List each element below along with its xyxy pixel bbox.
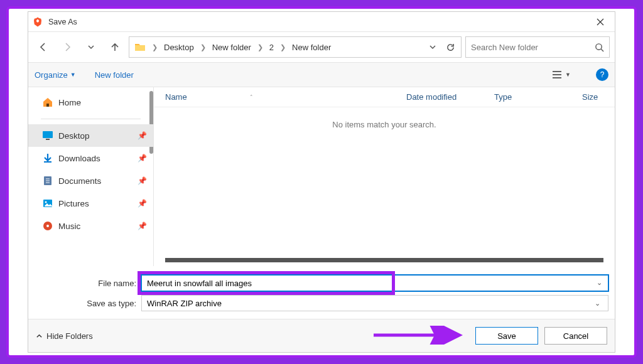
filename-dropdown[interactable]: ⌄ — [597, 279, 605, 287]
filename-input[interactable] — [141, 275, 608, 291]
search-box[interactable] — [465, 36, 610, 58]
back-button[interactable] — [33, 37, 53, 57]
hide-folders-toggle[interactable]: Hide Folders — [36, 331, 93, 341]
sidebar-item-downloads[interactable]: Downloads 📌 — [28, 147, 153, 169]
up-button[interactable] — [105, 37, 125, 57]
sidebar-item-label: Home — [58, 98, 81, 107]
search-icon — [595, 43, 604, 52]
filename-rows: File name: ⌄ Save as type: WinRAR ZIP ar… — [28, 266, 615, 319]
svg-point-0 — [596, 43, 602, 49]
column-size[interactable]: Size — [571, 87, 615, 107]
svg-point-8 — [46, 225, 49, 227]
sidebar-item-music[interactable]: Music 📌 — [28, 215, 153, 237]
crumb-newfolder1[interactable]: New folder — [210, 41, 254, 53]
horizontal-scrollbar[interactable] — [165, 258, 603, 262]
pin-icon: 📌 — [138, 222, 147, 230]
titlebar: Save As — [28, 12, 615, 32]
refresh-button[interactable] — [442, 39, 458, 55]
pin-icon: 📌 — [138, 176, 147, 185]
brave-icon — [32, 16, 43, 28]
forward-button[interactable] — [57, 37, 77, 57]
close-button[interactable] — [586, 12, 615, 32]
help-button[interactable]: ? — [596, 68, 608, 81]
chevron-right-icon: ❯ — [198, 43, 208, 51]
search-input[interactable] — [471, 43, 595, 52]
column-date[interactable]: Date modified — [395, 87, 483, 107]
breadcrumb-dropdown[interactable] — [424, 39, 441, 55]
toolbar: Organize ▼ New folder ▼ ? — [28, 62, 615, 87]
recent-dropdown[interactable] — [81, 37, 101, 57]
sidebar-item-desktop[interactable]: Desktop 📌 — [28, 124, 153, 147]
chevron-down-icon: ⌄ — [595, 299, 603, 308]
sidebar-item-documents[interactable]: Documents 📌 — [28, 169, 153, 192]
folder-icon — [134, 42, 146, 52]
organize-menu[interactable]: Organize ▼ — [35, 70, 76, 80]
save-button[interactable]: Save — [475, 327, 538, 345]
pin-icon: 📌 — [138, 154, 147, 163]
sidebar-item-label: Documents — [58, 176, 101, 186]
sidebar: Home Desktop 📌 Downloads 📌 Documents 📌 P… — [28, 87, 154, 266]
svg-point-6 — [45, 201, 47, 203]
column-name[interactable]: Name˄ — [154, 87, 395, 107]
pin-icon: 📌 — [138, 131, 147, 140]
nav-row: ❯ Desktop ❯ New folder ❯ 2 ❯ New folder — [28, 32, 615, 62]
chevron-right-icon: ❯ — [278, 43, 288, 51]
dialog-title: Save As — [48, 18, 586, 26]
svg-rect-3 — [46, 139, 50, 140]
crumb-desktop[interactable]: Desktop — [161, 41, 197, 53]
sidebar-item-pictures[interactable]: Pictures 📌 — [28, 192, 153, 215]
sidebar-item-label: Pictures — [58, 199, 89, 208]
chevron-right-icon: ❯ — [255, 43, 266, 51]
crumb-newfolder2[interactable]: New folder — [289, 41, 333, 53]
svg-rect-2 — [43, 131, 53, 138]
sidebar-item-label: Desktop — [58, 131, 90, 141]
cancel-button[interactable]: Cancel — [544, 327, 607, 345]
footer: Hide Folders Save Cancel — [28, 319, 615, 352]
sidebar-item-label: Downloads — [58, 154, 100, 163]
filename-label: File name: — [35, 279, 141, 288]
pin-icon: 📌 — [138, 199, 147, 208]
column-headers: Name˄ Date modified Type Size — [154, 87, 615, 107]
savetype-combo[interactable]: WinRAR ZIP archive ⌄ — [141, 295, 608, 311]
chevron-right-icon: ❯ — [149, 43, 160, 51]
sidebar-item-label: Music — [58, 222, 80, 231]
view-options[interactable]: ▼ — [551, 70, 571, 79]
crumb-2[interactable]: 2 — [267, 41, 276, 53]
annotation-arrow — [374, 326, 468, 345]
new-folder-button[interactable]: New folder — [95, 70, 134, 80]
file-list-area: Name˄ Date modified Type Size No items m… — [154, 87, 615, 266]
save-as-dialog: Save As ❯ Desktop ❯ New folder ❯ 2 ❯ New… — [28, 11, 615, 353]
empty-message: No items match your search. — [154, 107, 615, 142]
svg-rect-1 — [46, 104, 49, 107]
column-type[interactable]: Type — [483, 87, 571, 107]
breadcrumb[interactable]: ❯ Desktop ❯ New folder ❯ 2 ❯ New folder — [129, 36, 462, 58]
savetype-label: Save as type: — [35, 299, 141, 308]
sidebar-item-home[interactable]: Home — [28, 91, 153, 114]
savetype-value: WinRAR ZIP archive — [147, 299, 222, 308]
main-area: Home Desktop 📌 Downloads 📌 Documents 📌 P… — [28, 87, 615, 266]
